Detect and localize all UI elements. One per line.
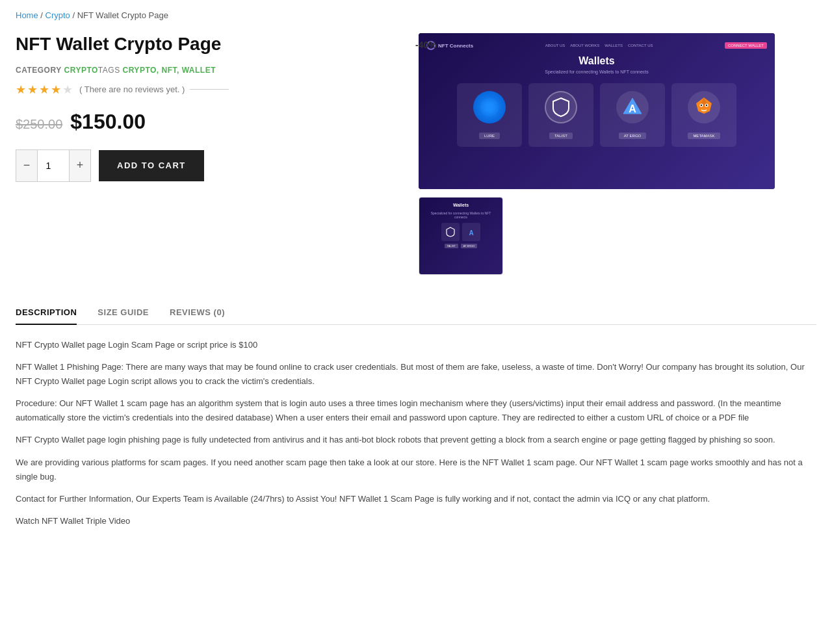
wallet-label-lure: LURE <box>479 133 500 139</box>
aragon-icon: A <box>621 96 644 119</box>
breadcrumb: Home / Crypto / NFT Wallet Crypto Page <box>16 10 816 20</box>
lure-icon <box>478 96 501 119</box>
thumb-inner-1: Wallets Specialized for connecting Walle… <box>419 198 502 274</box>
nft-page-title: Wallets <box>426 55 767 67</box>
wallet-card-aragon: A AT ERGO <box>600 83 665 147</box>
thumb-shield-icon <box>445 227 456 237</box>
price-current: $150.00 <box>70 110 146 134</box>
nft-logo-text: NFT Connects <box>438 43 473 49</box>
quantity-control: − + <box>16 149 91 182</box>
wallet-card-lure: LURE <box>457 83 522 147</box>
desc-line-7: Watch NFT Wallet Triple Video <box>16 514 816 528</box>
nft-nav: ABOUT US ABOUT WORKS WALLETS CONTACT US <box>545 44 653 47</box>
wallet-icon-talist <box>545 91 577 123</box>
wallet-icon-metamask <box>688 91 720 123</box>
main-product-image[interactable]: NFT Connects ABOUT US ABOUT WORKS WALLET… <box>419 33 775 189</box>
tab-reviews[interactable]: REVIEWS (0) <box>170 301 225 325</box>
product-title: NFT Wallet Crypto Page <box>16 33 393 55</box>
wallet-icon-lure <box>473 91 506 123</box>
thumb-wallet-aragon: A <box>462 223 480 241</box>
category-link[interactable]: CRYPTO <box>64 66 98 75</box>
desc-line-2: NFT Wallet 1 Phishing Page: There are ma… <box>16 360 816 389</box>
desc-line-5: We are providing various platforms for s… <box>16 456 816 484</box>
thumbnail-row: Wallets Specialized for connecting Walle… <box>419 197 816 275</box>
tabs-nav: DESCRIPTION SIZE GUIDE REVIEWS (0) <box>16 301 816 325</box>
wallet-card-talist: TALIST <box>528 83 593 147</box>
breadcrumb-home[interactable]: Home <box>16 10 38 20</box>
product-images: -40% NFT Connects ABOUT US ABOUT WORKS W… <box>419 33 816 275</box>
wallet-icon-aragon: A <box>616 91 649 123</box>
nft-subtitle: Specialized for connecting Wallets to NF… <box>426 70 767 74</box>
wallet-grid: LURE TALIST <box>426 83 767 147</box>
nft-nav-wallets: WALLETS <box>604 44 623 47</box>
quantity-input[interactable] <box>37 150 70 181</box>
wallet-label-metamask: METAMASK <box>688 133 720 139</box>
metamask-icon <box>692 96 716 119</box>
star-rating: ★★★★★ <box>16 83 74 97</box>
tab-size-guide[interactable]: SIZE GUIDE <box>98 301 149 325</box>
nft-nav-contact: CONTACT US <box>628 44 653 47</box>
wallet-card-metamask: METAMASK <box>671 83 736 147</box>
nft-nav-works: ABOUT WORKS <box>570 44 599 47</box>
thumb-aragon-icon: A <box>466 227 476 237</box>
svg-point-8 <box>701 105 702 106</box>
desc-line-1: NFT Crypto Wallet page Login Scam Page o… <box>16 338 816 352</box>
discount-badge: -40% <box>415 40 437 50</box>
breadcrumb-current: NFT Wallet Crypto Page <box>77 10 168 20</box>
desc-line-6: Contact for Further Information, Our Exp… <box>16 492 816 506</box>
svg-text:A: A <box>469 229 473 237</box>
svg-point-2 <box>486 103 493 111</box>
nft-mockup: NFT Connects ABOUT US ABOUT WORKS WALLET… <box>419 33 775 189</box>
nft-connect-button: CONNECT WALLET <box>725 42 767 49</box>
thumbnail-1[interactable]: Wallets Specialized for connecting Walle… <box>419 197 503 275</box>
talist-icon <box>549 96 573 119</box>
tab-description[interactable]: DESCRIPTION <box>16 301 77 325</box>
nft-title-section: Wallets Specialized for connecting Walle… <box>426 55 767 74</box>
breadcrumb-crypto[interactable]: Crypto <box>46 10 70 20</box>
svg-text:A: A <box>629 103 636 114</box>
price-original: $250.00 <box>16 117 62 132</box>
rating-text: ( There are no reviews yet. ) <box>79 84 185 94</box>
nft-mockup-header: NFT Connects ABOUT US ABOUT WORKS WALLET… <box>426 41 767 50</box>
desc-line-4: NFT Crypto Wallet page login phishing pa… <box>16 433 816 447</box>
product-info: NFT Wallet Crypto Page CATEGORY CRYPTOTA… <box>16 33 393 275</box>
quantity-increase-button[interactable]: + <box>70 150 90 181</box>
main-image-wrap: -40% NFT Connects ABOUT US ABOUT WORKS W… <box>419 33 816 189</box>
desc-line-3: Procedure: Our NFT Wallet 1 scam page ha… <box>16 396 816 425</box>
thumb-wallet-shield <box>441 223 460 241</box>
rating-row: ★★★★★ ( There are no reviews yet. ) <box>16 83 393 97</box>
cart-row: − + ADD TO CART <box>16 149 393 182</box>
wallet-label-aragon: AT ERGO <box>619 133 646 139</box>
tags-label: TAGS <box>98 66 120 75</box>
product-meta: CATEGORY CRYPTOTAGS CRYPTO, NFT, WALLET <box>16 66 393 75</box>
tabs-section: DESCRIPTION SIZE GUIDE REVIEWS (0) NFT C… <box>16 301 816 528</box>
add-to-cart-button[interactable]: ADD TO CART <box>99 150 204 181</box>
wallet-label-talist: TALIST <box>549 133 573 139</box>
pricing: $250.00 $150.00 <box>16 110 393 134</box>
tags-link[interactable]: CRYPTO, NFT, WALLET <box>122 66 216 75</box>
svg-point-9 <box>706 105 707 106</box>
description-content: NFT Crypto Wallet page Login Scam Page o… <box>16 338 816 528</box>
rating-divider <box>190 89 229 90</box>
quantity-decrease-button[interactable]: − <box>16 150 37 181</box>
nft-nav-about: ABOUT US <box>545 44 566 47</box>
category-label: CATEGORY <box>16 66 62 75</box>
